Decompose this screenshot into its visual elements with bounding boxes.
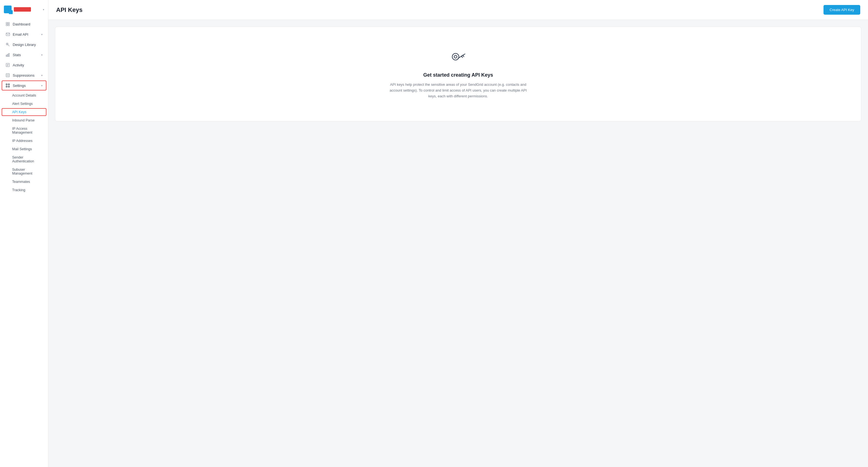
topbar: API Keys Create API Key — [49, 0, 868, 20]
svg-rect-9 — [7, 54, 8, 56]
key-icon — [450, 49, 467, 67]
sub-nav-ip-access-management[interactable]: IP Access Management — [2, 125, 46, 137]
sub-nav-inbound-parse[interactable]: Inbound Parse — [2, 116, 46, 124]
main-content: API Keys Create API Key Get started crea… — [49, 0, 868, 467]
svg-rect-21 — [8, 86, 9, 87]
svg-point-5 — [6, 43, 8, 45]
empty-state-card: Get started creating API Keys API keys h… — [55, 27, 861, 121]
sub-nav-ip-addresses[interactable]: IP Addresses — [2, 137, 46, 145]
dashboard-icon — [5, 22, 10, 26]
sidebar-item-stats[interactable]: Stats ▾ — [2, 50, 46, 60]
svg-rect-0 — [6, 22, 7, 24]
activity-icon — [5, 63, 10, 67]
sidebar: ▾ Dashboard Email API — [0, 0, 49, 467]
sidebar-item-label: Activity — [13, 63, 24, 67]
svg-point-7 — [7, 44, 7, 44]
create-api-key-button[interactable]: Create API Key — [824, 5, 860, 14]
sidebar-item-label: Dashboard — [13, 22, 30, 26]
sidebar-item-dashboard[interactable]: Dashboard — [2, 19, 46, 29]
logo-icon — [4, 5, 11, 13]
sidebar-logo[interactable]: ▾ — [0, 3, 48, 19]
sidebar-item-email-api[interactable]: Email API ▾ — [2, 29, 46, 39]
svg-rect-19 — [6, 86, 7, 87]
svg-rect-1 — [8, 22, 9, 24]
svg-rect-10 — [8, 53, 9, 56]
sub-nav-alert-settings[interactable]: Alert Settings — [2, 100, 46, 108]
content-area: Get started creating API Keys API keys h… — [49, 20, 868, 467]
chevron-down-icon: ▾ — [41, 33, 42, 36]
svg-line-6 — [8, 45, 10, 47]
empty-state-description: API keys help protect the sensitive area… — [386, 82, 530, 99]
sidebar-item-activity[interactable]: Activity — [2, 60, 46, 70]
chevron-down-icon: ▾ — [41, 84, 42, 87]
stats-icon — [5, 53, 10, 57]
svg-point-22 — [452, 53, 459, 60]
svg-rect-3 — [8, 24, 9, 26]
svg-line-26 — [461, 56, 462, 58]
sub-nav-api-keys[interactable]: API Keys — [2, 108, 46, 116]
page-title: API Keys — [56, 6, 82, 13]
brand-name — [14, 7, 31, 11]
settings-sub-nav: Account Details Alert Settings API Keys … — [0, 91, 48, 195]
chevron-down-icon: ▾ — [41, 74, 42, 77]
sub-nav-mail-settings[interactable]: Mail Settings — [2, 145, 46, 153]
sub-nav-tracking[interactable]: Tracking — [2, 186, 46, 194]
sidebar-item-suppressions[interactable]: Suppressions ▾ — [2, 70, 46, 80]
logo-chevron: ▾ — [43, 8, 44, 11]
svg-rect-4 — [6, 33, 10, 36]
sidebar-item-design-library[interactable]: Design Library — [2, 39, 46, 50]
sidebar-item-settings[interactable]: Settings ▾ — [2, 81, 46, 90]
sidebar-item-label: Design Library — [13, 42, 36, 47]
main-nav: Dashboard Email API ▾ Design Li — [0, 19, 48, 195]
settings-icon — [5, 83, 10, 88]
svg-rect-18 — [6, 84, 7, 85]
sidebar-item-label: Email API — [13, 32, 28, 36]
email-api-icon — [5, 32, 10, 36]
svg-point-23 — [454, 55, 457, 58]
sub-nav-teammates[interactable]: Teammates — [2, 178, 46, 186]
svg-rect-2 — [6, 24, 7, 26]
svg-rect-20 — [8, 84, 9, 85]
sidebar-item-label: Suppressions — [13, 73, 35, 78]
sub-nav-subuser-management[interactable]: Subuser Management — [2, 166, 46, 177]
sub-nav-account-details[interactable]: Account Details — [2, 92, 46, 99]
svg-rect-15 — [6, 74, 9, 77]
design-library-icon — [5, 42, 10, 47]
sidebar-item-label: Settings — [13, 84, 26, 88]
sidebar-item-label: Stats — [13, 53, 21, 57]
svg-line-25 — [463, 55, 464, 57]
suppressions-icon — [5, 73, 10, 78]
chevron-down-icon: ▾ — [41, 53, 42, 56]
empty-state-title: Get started creating API Keys — [423, 72, 493, 78]
svg-rect-8 — [6, 55, 7, 56]
sub-nav-sender-authentication[interactable]: Sender Authentication — [2, 153, 46, 165]
